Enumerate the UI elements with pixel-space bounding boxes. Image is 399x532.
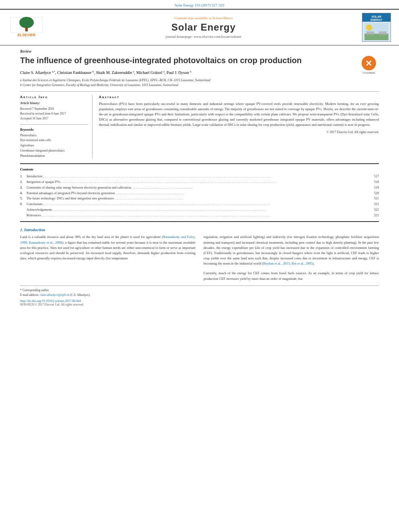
journal-homepage: journal homepage: www.elsevier.com/locat…: [47, 35, 360, 39]
contents-label-5: The future technology: DSCs and their in…: [27, 196, 369, 201]
revised-date: Received in revised form 6 June 2017: [20, 111, 88, 116]
contents-num-4: 4.: [20, 191, 27, 196]
crossmark-badge[interactable]: CrossMark: [359, 55, 379, 75]
contents-label-2: Integration of opaque PVs ..............…: [27, 179, 369, 185]
contents-page-2: 518: [369, 179, 379, 185]
introduction-heading: 1. Introduction: [20, 228, 379, 232]
contents-label-6: Conclusions ............................…: [27, 201, 369, 207]
contents-num-2: 2.: [20, 179, 27, 185]
svg-point-5: [366, 25, 372, 31]
cover-image-icon: [364, 23, 389, 40]
contents-label-4: Potential advantages of integrated PVs b…: [27, 191, 369, 196]
contents-page-3: 519: [369, 185, 379, 191]
ref-ramankutty-1999[interactable]: Ramankutty and Foley, 1999; Ramankutty e…: [20, 235, 195, 244]
svg-rect-7: [366, 31, 374, 35]
contents-table: 1. Introduction ........................…: [20, 174, 379, 218]
contents-num-1: 1.: [20, 174, 27, 179]
elsevier-logo-area: ELSEVIER: [6, 15, 47, 39]
keyword-2: Dye-sensitized solar cells: [20, 138, 88, 143]
article-type-label: Review: [20, 49, 379, 53]
keyword-3: Agriculture: [20, 143, 88, 148]
intro-col-right: regulation, irrigation and artificial li…: [204, 234, 379, 281]
keywords-label: Keywords:: [20, 128, 88, 131]
contents-row-2: 2. Integration of opaque PVs ...........…: [20, 179, 379, 185]
abstract-title: Abstract: [99, 95, 379, 99]
journal-cover-thumbnail: SOLARENERGY: [360, 13, 393, 42]
email-note: E-mail address: claire.allardyce@epfl.ch…: [20, 293, 379, 297]
keyword-5: Photobiomodulation: [20, 154, 88, 159]
journal-ref-text: Solar Energy 155 (2017) 517–522: [175, 3, 224, 7]
author-gratzel: Michael Grätzel a,: [136, 70, 167, 75]
article-title-area: The influence of greenhouse-integrated p…: [20, 55, 379, 66]
content-area: Review The influence of greenhouse-integ…: [0, 45, 399, 310]
info-abstract-section: Article Info Article history: Received 7…: [20, 91, 379, 159]
crossmark-label: CrossMark: [362, 71, 375, 74]
crossmark-icon: [362, 56, 376, 70]
contents-page-ack: 521: [369, 207, 379, 213]
journal-title: Solar Energy: [47, 22, 360, 33]
article-info-title: Article Info: [20, 95, 88, 99]
crossmark-svg: [364, 58, 374, 68]
journal-reference: Solar Energy 155 (2017) 517–522: [0, 0, 399, 9]
accepted-date: Accepted 16 June 2017: [20, 116, 88, 121]
journal-header-band: ELSEVIER Contents lists available at Sci…: [0, 9, 399, 45]
introduction-body: Land is a valuable resource and about 38…: [20, 234, 379, 281]
section-title: Introduction: [24, 228, 45, 232]
elsevier-logo-icon: ELSEVIER: [8, 15, 45, 39]
footer-copyright: 0038-092X/© 2017 Elsevier Ltd. All right…: [20, 303, 379, 306]
svg-point-1: [19, 17, 34, 28]
intro-text-right: regulation, irrigation and artificial li…: [204, 234, 379, 266]
affiliations: a Institut des Sciences et Ingénierie Ch…: [20, 78, 379, 87]
doi-line: http://dx.doi.org/10.1016/j.solener.2017…: [20, 298, 379, 303]
author-fankhauser: Christian Fankhauser b,: [57, 70, 96, 75]
author-dyson: Paul J. Dyson a: [167, 70, 191, 75]
intro-col-left: Land is a valuable resource and about 38…: [20, 234, 195, 281]
ref-beyhan[interactable]: Beyhan et al., 2013; Bot et al., 2005: [263, 261, 313, 265]
sciencedirect-link[interactable]: ScienceDirect: [212, 16, 232, 20]
author-allardyce: Claire S. Allardyce a,*,: [20, 70, 57, 75]
received-date: Received 7 September 2016: [20, 107, 88, 111]
contents-num-3: 3.: [20, 185, 27, 191]
article-title: The influence of greenhouse-integrated p…: [20, 55, 379, 66]
footer: * Corresponding author. E-mail address: …: [20, 286, 379, 306]
contents-num-6: 6.: [20, 201, 27, 207]
author-email-link[interactable]: claire.allardyce@epfl.ch: [40, 293, 70, 297]
svg-rect-8: [379, 31, 387, 35]
abstract-text: Photovoltaics (PVs) have been particular…: [99, 101, 379, 128]
contents-row-6: 6. Conclusions .........................…: [20, 201, 379, 207]
cover-title: SOLARENERGY: [370, 14, 383, 23]
intro-text-left: Land is a valuable resource and about 38…: [20, 234, 195, 261]
doi-link[interactable]: http://dx.doi.org/10.1016/j.solener.2017…: [20, 299, 81, 303]
journal-title-area: Contents lists available at ScienceDirec…: [47, 16, 360, 39]
keyword-4: Greenhouse-integrated photovoltaics: [20, 148, 88, 154]
corresponding-author-note: * Corresponding author.: [20, 288, 379, 292]
abstract-column: Abstract Photovoltaics (PVs) have been p…: [99, 95, 379, 159]
contents-page-6: 521: [369, 201, 379, 207]
intro-text-right-2: Currently, much of the energy for CEF co…: [204, 271, 379, 281]
contents-num-5: 5.: [20, 196, 27, 201]
contents-page-1: 517: [369, 174, 379, 179]
svg-text:ELSEVIER: ELSEVIER: [18, 33, 36, 37]
contents-row-1: 1. Introduction ........................…: [20, 174, 379, 179]
article-history-dates: Received 7 September 2016 Received in re…: [20, 107, 88, 121]
contents-page-4: 520: [369, 191, 379, 196]
contents-row-4: 4. Potential advantages of integrated PV…: [20, 191, 379, 196]
affiliation-b: b Center for Integrative Genomics, Facul…: [20, 83, 379, 87]
authors-line: Claire S. Allardyce a,*, Christian Fankh…: [20, 70, 379, 76]
keywords-list: Photovoltaics Dye-sensitized solar cells…: [20, 133, 88, 159]
contents-row-ack: Acknowledgements .......................…: [20, 207, 379, 213]
journal-cover-box: SOLARENERGY: [362, 13, 391, 42]
contents-label-3: Constraints of sharing solar energy betw…: [27, 185, 369, 191]
keyword-1: Photovoltaics: [20, 133, 88, 138]
contents-page-5: 521: [369, 196, 379, 201]
copyright-text: © 2017 Elsevier Ltd. All rights reserved…: [99, 130, 379, 134]
contents-label-1: Introduction ...........................…: [27, 174, 369, 179]
contents-page-ref: 521: [369, 213, 379, 218]
section-number: 1.: [20, 228, 24, 232]
svg-rect-2: [25, 27, 28, 31]
contents-section: Contents 1. Introduction ...............…: [20, 163, 379, 222]
contents-available-text: Contents lists available at ScienceDirec…: [47, 16, 360, 20]
history-label: Article history:: [20, 101, 88, 105]
contents-row-ref: References .............................…: [20, 213, 379, 218]
info-divider: [20, 124, 88, 125]
